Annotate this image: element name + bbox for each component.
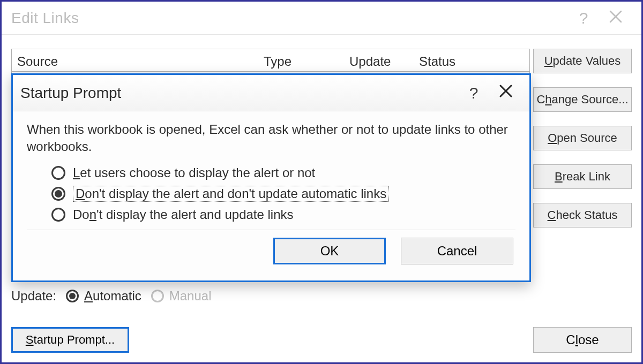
update-mode-row: Update: Automatic Manual	[11, 289, 212, 304]
radio-icon	[151, 290, 164, 302]
table-header-row: Source Type Update Status	[12, 49, 529, 72]
close-icon[interactable]	[490, 84, 522, 102]
column-source[interactable]: Source	[12, 54, 264, 69]
column-update[interactable]: Update	[349, 54, 419, 69]
startup-prompt-body: When this workbook is opened, Excel can …	[13, 111, 529, 222]
column-status[interactable]: Status	[419, 54, 515, 69]
startup-prompt-title: Startup Prompt	[20, 85, 458, 102]
help-icon[interactable]: ?	[458, 84, 490, 102]
startup-prompt-button-row: OK Cancel	[13, 230, 529, 264]
help-icon[interactable]: ?	[567, 9, 600, 27]
radio-icon	[51, 166, 65, 180]
break-link-button[interactable]: Break Link	[533, 164, 632, 189]
close-icon[interactable]	[600, 9, 632, 27]
startup-prompt-description: When this workbook is opened, Excel can …	[27, 121, 515, 156]
startup-prompt-dialog: Startup Prompt ? When this workbook is o…	[11, 73, 531, 282]
radio-icon	[51, 187, 65, 201]
startup-prompt-titlebar: Startup Prompt ?	[13, 75, 529, 111]
update-automatic-radio[interactable]: Automatic	[66, 289, 141, 304]
radio-icon	[51, 208, 65, 222]
update-label: Update:	[11, 289, 56, 304]
check-status-button[interactable]: Check Status	[533, 203, 632, 228]
right-button-column: Update Values Change Source... Open Sour…	[533, 49, 632, 228]
close-button[interactable]: Close	[533, 327, 632, 353]
edit-links-title: Edit Links	[11, 10, 567, 27]
change-source-button[interactable]: Change Source...	[533, 87, 632, 112]
startup-prompt-options: Let users choose to display the alert or…	[51, 165, 515, 222]
option-dont-display-update[interactable]: Don't display the alert and update links	[51, 207, 515, 222]
cancel-button[interactable]: Cancel	[401, 238, 513, 264]
update-values-button[interactable]: Update Values	[533, 49, 632, 73]
column-type[interactable]: Type	[264, 54, 349, 69]
edit-links-titlebar: Edit Links ?	[2, 2, 641, 35]
radio-icon	[66, 290, 79, 302]
option-dont-display-dont-update[interactable]: Don't display the alert and don't update…	[51, 186, 515, 202]
open-source-button[interactable]: Open Source	[533, 126, 632, 150]
update-manual-label: Manual	[169, 289, 212, 304]
edit-links-dialog: Edit Links ? Source Type Update Status U…	[0, 0, 643, 364]
option-let-users-choose[interactable]: Let users choose to display the alert or…	[51, 165, 515, 180]
update-manual-radio: Manual	[151, 289, 212, 304]
ok-button[interactable]: OK	[273, 238, 386, 264]
startup-prompt-button[interactable]: Startup Prompt...	[11, 327, 129, 353]
